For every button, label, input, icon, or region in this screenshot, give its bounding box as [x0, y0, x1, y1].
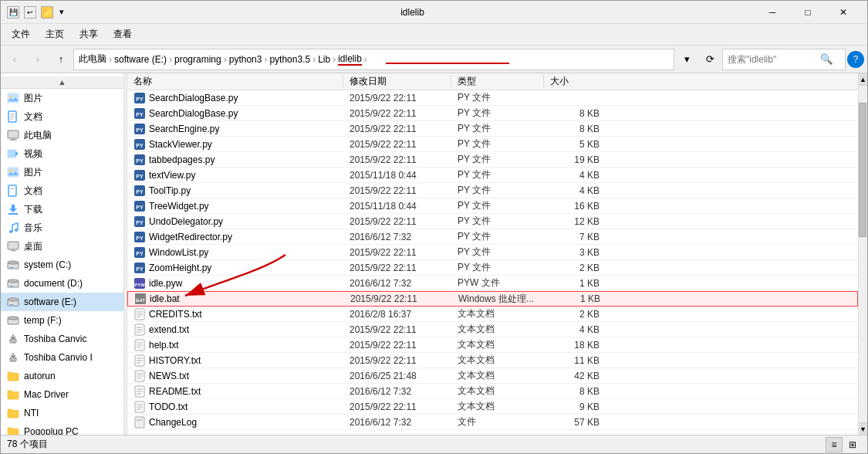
file-type-cell: 文本文档 — [451, 354, 544, 367]
dropdown-button[interactable]: ▾ — [676, 49, 697, 70]
menu-share[interactable]: 共享 — [72, 25, 106, 44]
sidebar-item-desktop[interactable]: 桌面 — [1, 237, 123, 256]
sidebar-item-pictures-fav[interactable]: 图片 — [1, 89, 123, 107]
sidebar-item-drive-c[interactable]: system (C:) — [1, 256, 123, 274]
title-folder-icon[interactable]: 📁 — [41, 6, 53, 19]
address-bar: ‹ › ↑ 此电脑 › software (E:) › programing ›… — [1, 46, 867, 73]
table-row[interactable]: NEWS.txt 2016/6/25 21:48 文本文档 42 KB — [127, 368, 858, 384]
table-row[interactable]: PY ToolTip.py 2015/9/22 22:11 PY 文件 4 KB — [127, 183, 858, 198]
file-icon: PY — [133, 262, 146, 274]
sidebar-item-video[interactable]: 视频 — [1, 144, 123, 163]
sidebar-item-download[interactable]: 下载 — [1, 200, 123, 219]
help-button[interactable]: ? — [847, 51, 864, 68]
search-input[interactable] — [723, 54, 816, 65]
sidebar-item-toshiba1[interactable]: Toshiba Canvic — [1, 330, 123, 348]
table-row[interactable]: HISTORY.txt 2015/9/22 22:11 文本文档 11 KB — [127, 353, 858, 368]
file-name-cell: HISTORY.txt — [127, 354, 343, 367]
sidebar-item-computer[interactable]: 此电脑 — [1, 126, 123, 144]
sidebar-item-toshiba2[interactable]: Toshiba Canvio I — [1, 348, 123, 367]
breadcrumb-python3[interactable]: python3 — [229, 54, 262, 65]
title-bar-window-icons: 💾 ↩ 📁 ▾ — [7, 6, 64, 19]
sidebar-item-docs[interactable]: 文档 — [1, 181, 123, 200]
col-name-header[interactable]: 名称 — [127, 75, 343, 88]
svg-marker-10 — [15, 151, 19, 156]
table-row[interactable]: PY tabbedpages.py 2015/9/22 22:11 PY 文件 … — [127, 152, 858, 168]
search-button[interactable]: 🔍 — [816, 49, 837, 69]
maximize-button[interactable]: □ — [790, 1, 826, 24]
drive-c-icon — [7, 259, 19, 271]
sidebar-item-autorun[interactable]: autorun — [1, 367, 123, 385]
col-size-header[interactable]: 大小 — [544, 75, 606, 88]
breadcrumb-software[interactable]: software (E:) — [114, 54, 167, 65]
breadcrumb-programing[interactable]: programing — [174, 54, 221, 65]
details-view-button[interactable]: ≡ — [826, 437, 843, 452]
sidebar-item-pogoplug[interactable]: Pogoplug PC — [1, 422, 123, 435]
table-row[interactable]: PY SearchEngine.py 2015/9/22 22:11 PY 文件… — [127, 121, 858, 137]
table-row[interactable]: PY StackViewer.py 2015/9/22 22:11 PY 文件 … — [127, 137, 858, 152]
sidebar-label: 视频 — [24, 147, 42, 161]
table-row[interactable]: BAT idle.bat 2015/9/22 22:11 Windows 批处理… — [127, 291, 858, 307]
breadcrumb-idlelib[interactable]: idlelib — [338, 53, 362, 66]
table-row[interactable]: PY TreeWidget.py 2015/11/18 0:44 PY 文件 1… — [127, 198, 858, 214]
sidebar-item-nti[interactable]: NTI — [1, 404, 123, 422]
svg-rect-9 — [8, 150, 16, 158]
sidebar-item-drive-f[interactable]: temp (F:) — [1, 311, 123, 330]
breadcrumb[interactable]: 此电脑 › software (E:) › programing › pytho… — [73, 49, 674, 70]
sidebar-item-drive-e[interactable]: software (E:) — [1, 293, 123, 311]
table-row[interactable]: PY WindowList.py 2015/9/22 22:11 PY 文件 3… — [127, 245, 858, 260]
main-scrollbar[interactable]: ▲ ▼ — [858, 73, 867, 435]
table-row[interactable]: ChangeLog 2016/6/12 7:32 文件 57 KB — [127, 415, 858, 430]
view-controls: ≡ ⊞ — [826, 437, 861, 452]
table-row[interactable]: PY SearchDialogBase.py 2015/9/22 22:11 P… — [127, 90, 858, 106]
docs-fav-icon — [7, 110, 19, 123]
title-undo-icon[interactable]: ↩ — [24, 6, 36, 19]
scroll-thumb[interactable] — [859, 103, 866, 237]
sidebar-item-macdriver[interactable]: Mac Driver — [1, 385, 123, 404]
svg-text:PY: PY — [136, 251, 144, 256]
table-row[interactable]: PY textView.py 2015/11/18 0:44 PY 文件 4 K… — [127, 168, 858, 183]
breadcrumb-python35[interactable]: python3.5 — [269, 54, 310, 65]
table-row[interactable]: PYW idle.pyw 2016/6/12 7:32 PYW 文件 1 KB — [127, 276, 858, 291]
pictures-icon — [7, 166, 19, 178]
scroll-down-btn[interactable]: ▼ — [859, 422, 867, 435]
large-icon-view-button[interactable]: ⊞ — [844, 437, 861, 452]
svg-text:PY: PY — [136, 266, 144, 272]
minimize-button[interactable]: ─ — [755, 1, 790, 24]
table-row[interactable]: CREDITS.txt 2016/2/8 16:37 文本文档 2 KB — [127, 307, 858, 322]
menu-file[interactable]: 文件 — [4, 25, 38, 44]
table-row[interactable]: PY UndoDelegator.py 2015/9/22 22:11 PY 文… — [127, 214, 858, 229]
breadcrumb-lib[interactable]: Lib — [318, 54, 330, 65]
close-button[interactable]: ✕ — [826, 1, 861, 24]
refresh-button[interactable]: ⟳ — [699, 49, 721, 70]
col-date-header[interactable]: 修改日期 — [343, 75, 451, 88]
col-type-header[interactable]: 类型 — [451, 75, 544, 88]
table-row[interactable]: README.txt 2016/6/12 7:32 文本文档 8 KB — [127, 384, 858, 399]
sidebar-scroll-up[interactable]: ▲ — [1, 76, 123, 89]
forward-button[interactable]: › — [27, 49, 49, 70]
svg-text:PYW: PYW — [134, 283, 145, 287]
table-row[interactable]: PY SearchDialogBase.py 2015/9/22 22:11 P… — [127, 106, 858, 121]
file-name-cell: PY WindowList.py — [127, 246, 343, 259]
sidebar-item-docs-fav[interactable]: 文档 — [1, 107, 123, 126]
menu-view[interactable]: 查看 — [106, 25, 140, 44]
sidebar-item-drive-d[interactable]: document (D:) — [1, 274, 123, 293]
file-type-cell: PY 文件 — [451, 215, 544, 228]
table-row[interactable]: PY WidgetRedirector.py 2016/6/12 7:32 PY… — [127, 229, 858, 245]
breadcrumb-computer[interactable]: 此电脑 — [79, 53, 106, 66]
scroll-up-btn[interactable]: ▲ — [859, 73, 867, 86]
file-date-cell: 2015/9/22 22:11 — [343, 216, 451, 227]
drive-f-icon — [7, 314, 19, 327]
sidebar-item-music[interactable]: 音乐 — [1, 219, 123, 237]
file-type-cell: 文件 — [451, 415, 544, 429]
table-row[interactable]: extend.txt 2015/9/22 22:11 文本文档 4 KB — [127, 322, 858, 337]
table-row[interactable]: help.txt 2015/9/22 22:11 文本文档 18 KB — [127, 337, 858, 353]
back-button[interactable]: ‹ — [4, 49, 25, 70]
up-button[interactable]: ↑ — [50, 49, 72, 70]
table-row[interactable]: PY ZoomHeight.py 2015/9/22 22:11 PY 文件 2… — [127, 260, 858, 276]
title-save-icon[interactable]: 💾 — [7, 6, 19, 19]
table-row[interactable]: TODO.txt 2015/9/22 22:11 文本文档 9 KB — [127, 399, 858, 415]
sidebar-item-pictures[interactable]: 图片 — [1, 163, 123, 181]
file-size-cell: 16 KB — [544, 201, 606, 212]
sidebar-label: autorun — [24, 371, 56, 381]
menu-home[interactable]: 主页 — [38, 25, 72, 44]
